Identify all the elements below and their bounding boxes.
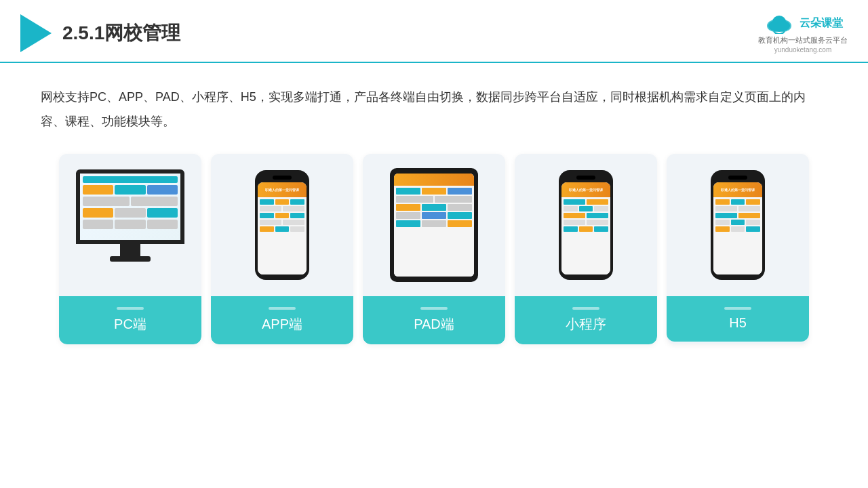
cloud-logo: 云朵课堂 — [763, 12, 843, 34]
phone-mini-icon: 职通人的第一堂问管课 — [559, 170, 613, 280]
tablet-pad-icon — [390, 168, 478, 282]
cloud-icon — [763, 12, 795, 34]
logo-url: yunduoketang.com — [774, 46, 832, 54]
cards-container: PC端 职通人的第一堂问管课 — [0, 147, 868, 365]
card-label-pad: PAD端 — [363, 296, 505, 344]
page-title: 2.5.1网校管理 — [62, 20, 180, 46]
card-pad: PAD端 — [363, 154, 505, 344]
card-image-app: 职通人的第一堂问管课 — [211, 154, 353, 296]
logo-subtitle: 教育机构一站式服务云平台 — [758, 35, 848, 45]
phone-h5-icon: 职通人的第一堂问管课 — [711, 170, 765, 280]
card-label-mini: 小程序 — [515, 296, 657, 344]
card-label-pc: PC端 — [59, 296, 201, 344]
card-label-app: APP端 — [211, 296, 353, 344]
card-image-pad — [363, 154, 505, 296]
card-label-h5: H5 — [667, 296, 809, 342]
card-image-mini: 职通人的第一堂问管课 — [515, 154, 657, 296]
brand-logo: 云朵课堂 教育机构一站式服务云平台 yunduoketang.com — [758, 12, 848, 54]
phone-app-icon: 职通人的第一堂问管课 — [255, 170, 309, 280]
card-image-pc — [59, 154, 201, 296]
card-mini: 职通人的第一堂问管课 — [515, 154, 657, 344]
card-h5: 职通人的第一堂问管课 — [667, 154, 809, 344]
description-text: 网校支持PC、APP、PAD、小程序、H5，实现多端打通，产品各终端自由切换，数… — [0, 63, 868, 147]
header-left: 2.5.1网校管理 — [20, 14, 180, 52]
card-image-h5: 职通人的第一堂问管课 — [667, 154, 809, 296]
svg-point-3 — [768, 20, 790, 32]
card-app: 职通人的第一堂问管课 — [211, 154, 353, 344]
header: 2.5.1网校管理 云朵课堂 教育机构一站式服务云平台 yunduoketang… — [0, 0, 868, 63]
logo-text: 云朵课堂 — [800, 16, 843, 30]
card-pc: PC端 — [59, 154, 201, 344]
play-icon — [20, 14, 52, 52]
pc-monitor-icon — [71, 169, 190, 281]
monitor-screen — [76, 169, 184, 244]
